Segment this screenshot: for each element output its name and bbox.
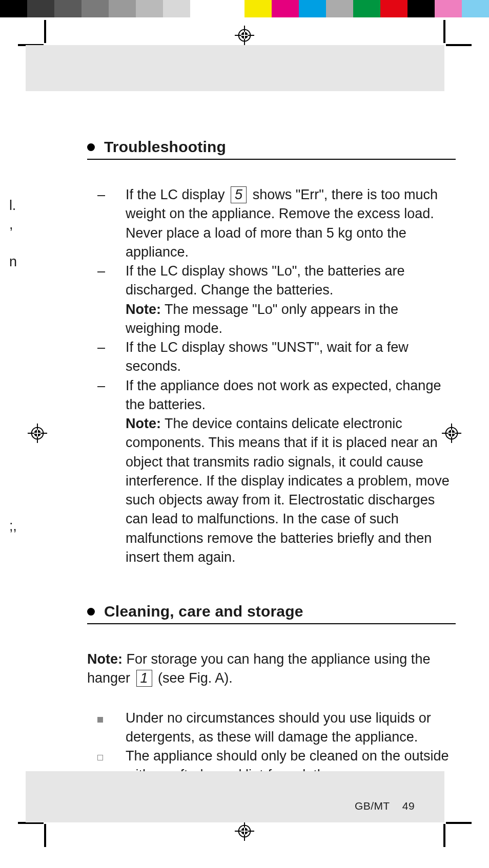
list-item: –If the appliance does not work as expec…	[97, 376, 456, 415]
list-item: –If the LC display 5 shows "Err", there …	[97, 185, 456, 262]
header-band	[26, 45, 444, 91]
color-swatch	[299, 0, 326, 17]
page-root: { "color_strip": [ "#000000","#3a3a3a","…	[0, 0, 489, 868]
color-swatch	[217, 0, 244, 17]
previous-page-fragment: n	[9, 255, 17, 269]
bullet-icon	[87, 608, 95, 616]
color-swatch	[244, 0, 272, 17]
list-marker	[97, 414, 126, 567]
reference-number-box: 5	[231, 186, 247, 203]
list-text: If the LC display shows "Lo", the batter…	[126, 262, 456, 300]
crop-mark	[443, 824, 445, 847]
color-swatch	[136, 0, 163, 17]
color-swatch	[190, 0, 217, 17]
previous-page-fragment: l.	[9, 199, 16, 213]
list-item: Note: The device contains delicate elect…	[97, 414, 456, 567]
note-label: Note:	[126, 302, 161, 317]
color-swatch	[353, 0, 380, 17]
troubleshooting-list: –If the LC display 5 shows "Err", there …	[97, 185, 456, 567]
list-item: Under no circumstances should you use li…	[97, 709, 456, 747]
cleaning-intro-note: Note: For storage you can hang the appli…	[87, 650, 456, 688]
crop-mark	[44, 20, 46, 43]
note-label: Note:	[87, 651, 123, 667]
footer-band: GB/MT 49	[26, 771, 444, 822]
page-content: Troubleshooting –If the LC display 5 sho…	[97, 138, 456, 823]
list-marker: –	[97, 185, 126, 262]
color-swatch	[82, 0, 109, 17]
color-swatch	[462, 0, 489, 17]
previous-page-fragment: ,	[9, 218, 13, 231]
list-marker: –	[97, 262, 126, 300]
note-label: Note:	[126, 416, 161, 431]
list-marker	[97, 300, 126, 338]
color-swatch	[380, 0, 408, 17]
list-text: Note: The device contains delicate elect…	[126, 414, 456, 567]
section-heading-troubleshooting: Troubleshooting	[87, 138, 456, 160]
color-swatch	[54, 0, 82, 17]
color-swatch	[109, 0, 136, 17]
crop-mark	[443, 20, 445, 43]
registration-mark-icon	[235, 821, 254, 841]
color-swatch	[27, 0, 54, 17]
list-text: Note: The message "Lo" only appears in t…	[126, 300, 456, 338]
registration-mark-icon	[28, 424, 47, 443]
list-marker: –	[97, 338, 126, 376]
section-heading-cleaning: Cleaning, care and storage	[87, 603, 456, 624]
reference-number-box: 1	[136, 670, 152, 687]
color-swatch	[163, 0, 190, 17]
previous-page-fragment: ;,	[9, 519, 17, 533]
crop-mark	[44, 824, 46, 847]
color-swatch	[408, 0, 435, 17]
list-text: Under no circumstances should you use li…	[126, 709, 456, 747]
list-item: Note: The message "Lo" only appears in t…	[97, 300, 456, 338]
crop-mark	[446, 44, 472, 46]
footer-language: GB/MT	[355, 800, 390, 812]
color-swatch	[0, 0, 27, 17]
page-footer: GB/MT 49	[355, 800, 415, 812]
registration-mark-icon	[235, 26, 254, 45]
prepress-color-strip	[0, 0, 489, 17]
list-marker	[97, 709, 126, 747]
list-marker: –	[97, 376, 126, 415]
list-item: –If the LC display shows "UNST", wait fo…	[97, 338, 456, 376]
heading-text: Troubleshooting	[104, 138, 226, 156]
list-text: If the appliance does not work as expect…	[126, 376, 456, 415]
list-text: If the LC display 5 shows "Err", there i…	[126, 185, 456, 262]
color-swatch	[272, 0, 299, 17]
bullet-icon	[87, 143, 95, 151]
color-swatch	[326, 0, 353, 17]
footer-page-number: 49	[402, 800, 415, 812]
list-text: If the LC display shows "UNST", wait for…	[126, 338, 456, 376]
list-item: –If the LC display shows "Lo", the batte…	[97, 262, 456, 300]
color-swatch	[435, 0, 462, 17]
heading-text: Cleaning, care and storage	[104, 603, 303, 620]
